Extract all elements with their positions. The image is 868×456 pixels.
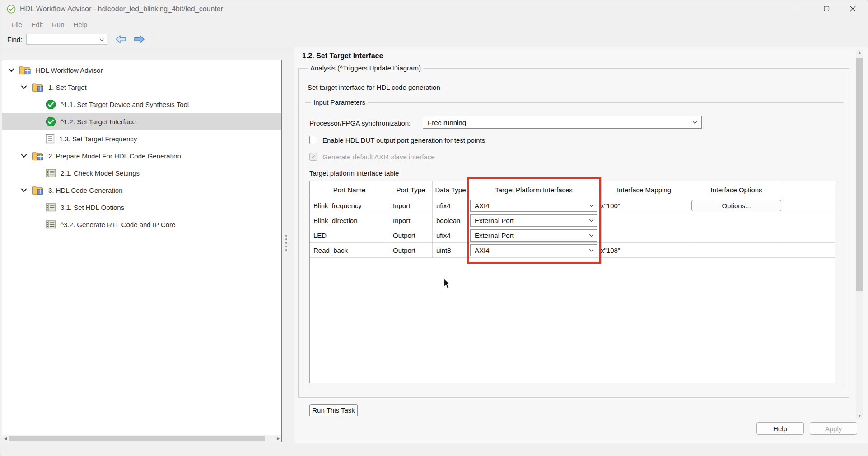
find-label: Find:: [7, 36, 22, 43]
find-previous-button[interactable]: [115, 34, 127, 45]
menu-help[interactable]: Help: [74, 21, 88, 28]
table-header-row: Port NamePort TypeData TypeTarget Platfo…: [310, 181, 835, 198]
task-detail-panel: 1.2. Set Target Interface Analysis (^Tri…: [294, 47, 868, 443]
tree-item-5[interactable]: 2. Prepare Model For HDL Code Generation: [2, 147, 281, 164]
generate-axi4-slave-label: Generate default AXI4 slave interface: [322, 153, 435, 161]
scroll-right-arrow-icon[interactable]: ▶: [275, 436, 281, 441]
port-name-cell: LED: [310, 228, 389, 243]
tree-item-1[interactable]: 1. Set Target: [2, 79, 281, 96]
interface-options-cell: [689, 243, 784, 258]
interface-mapping-cell: [599, 213, 689, 228]
tree-item-6[interactable]: 2.1. Check Model Settings: [2, 164, 281, 181]
hdl-workflow-advisor-window: HDL Workflow Advisor - hdlcoder_led_blin…: [0, 0, 868, 456]
tree-horizontal-scrollbar[interactable]: ◀ ▶: [2, 435, 281, 442]
tree-item-label: 3. HDL Code Generation: [48, 186, 123, 194]
panel-splitter[interactable]: [282, 47, 294, 443]
target-platform-interface-select[interactable]: AXI4: [470, 200, 597, 212]
column-header: Data Type: [433, 181, 469, 198]
findbar-separator: [152, 33, 152, 45]
filler-cell: [784, 243, 835, 258]
table-row-3: Read_backOutportuint8AXI4x"108": [310, 243, 835, 258]
port-name-cell: Read_back: [310, 243, 389, 258]
interface-mapping-cell: [599, 228, 689, 243]
tree-item-label: 1. Set Target: [48, 84, 87, 91]
tree-item-3[interactable]: ^1.2. Set Target Interface: [2, 113, 281, 130]
workflow-folder-icon: [32, 82, 44, 92]
interface-options-cell: [689, 228, 784, 243]
find-input[interactable]: [26, 34, 107, 45]
apply-button[interactable]: Apply: [810, 422, 857, 435]
close-button[interactable]: [840, 0, 866, 17]
tree-item-label: ^1.2. Set Target Interface: [61, 118, 136, 126]
find-next-button[interactable]: [133, 34, 145, 45]
interface-table-label: Target platform interface table: [309, 169, 399, 177]
workflow-folder-icon: [19, 65, 31, 75]
chevron-down-icon: [588, 233, 594, 238]
column-header: Interface Mapping: [599, 181, 689, 198]
data-type-cell: uint8: [433, 243, 469, 258]
vertical-scrollbar-thumb[interactable]: [856, 58, 863, 291]
analysis-groupbox-label: Analysis (^Triggers Update Diagram): [308, 64, 424, 72]
target-platform-interface-select[interactable]: AXI4: [470, 244, 597, 256]
menu-file[interactable]: File: [11, 21, 22, 28]
data-type-cell: ufix4: [433, 228, 469, 243]
tree-item-4[interactable]: 1.3. Set Target Frequency: [2, 130, 281, 147]
chevron-down-icon: [20, 153, 28, 159]
menubar: FileEditRunHelp: [0, 17, 868, 32]
arrow-right-icon: [133, 34, 145, 45]
tree-item-label: 2. Prepare Model For HDL Code Generation: [48, 152, 181, 160]
options-button[interactable]: Options...: [691, 200, 781, 211]
target-platform-interface-select[interactable]: External Port: [470, 214, 597, 227]
interface-cell: External Port: [469, 213, 599, 228]
app-icon: [7, 5, 16, 14]
column-header: Port Name: [310, 181, 389, 198]
panel-vertical-scrollbar[interactable]: ▲ ▼: [856, 49, 863, 419]
help-button[interactable]: Help: [756, 422, 804, 435]
page-title: 1.2. Set Target Interface: [302, 52, 383, 60]
scroll-down-arrow-icon[interactable]: ▼: [856, 413, 863, 419]
chevron-down-icon: [692, 120, 698, 126]
tree-expander-icon[interactable]: [19, 153, 28, 159]
splitter-grip-icon: [285, 235, 287, 251]
run-this-task-button[interactable]: Run This Task: [309, 404, 358, 416]
column-header: Interface Options: [689, 181, 784, 198]
menu-run[interactable]: Run: [52, 21, 65, 28]
column-header: Port Type: [389, 181, 433, 198]
tree-item-9[interactable]: ^3.2. Generate RTL Code and IP Core: [2, 216, 281, 233]
tree-expander-icon[interactable]: [7, 67, 16, 73]
chevron-down-icon: [20, 84, 28, 90]
tree-expander-icon[interactable]: [19, 84, 28, 90]
column-header-filler: [784, 181, 835, 198]
chevron-down-icon: [588, 218, 594, 223]
task-passed-icon: [46, 116, 56, 127]
tree-item-2[interactable]: ^1.1. Set Target Device and Synthesis To…: [2, 96, 281, 113]
tree-item-0[interactable]: HDL Workflow Advisor: [2, 61, 281, 79]
tree-item-8[interactable]: 3.1. Set HDL Options: [2, 199, 281, 216]
window-title: HDL Workflow Advisor - hdlcoder_led_blin…: [20, 5, 223, 13]
generate-axi4-slave-checkbox: [309, 153, 317, 161]
tree-expander-icon[interactable]: [19, 187, 28, 193]
enable-test-points-checkbox[interactable]: [309, 136, 317, 144]
maximize-button[interactable]: [813, 0, 840, 17]
findbar: Find:: [0, 32, 868, 47]
scroll-up-arrow-icon[interactable]: ▲: [856, 49, 863, 56]
filler-cell: [784, 198, 835, 213]
tree-item-7[interactable]: 3. HDL Code Generation: [2, 181, 281, 199]
minimize-button[interactable]: [787, 0, 813, 17]
chevron-down-icon: [588, 203, 594, 209]
processor-fpga-sync-select[interactable]: Free running: [423, 116, 702, 129]
chevron-down-icon: [20, 187, 28, 193]
menu-edit[interactable]: Edit: [31, 21, 43, 28]
horizontal-scrollbar-thumb[interactable]: [9, 436, 265, 441]
sync-selected-value: Free running: [428, 119, 466, 126]
filler-cell: [784, 228, 835, 243]
scroll-left-arrow-icon[interactable]: ◀: [3, 436, 8, 441]
mouse-cursor: [443, 278, 453, 289]
interface-mapping-cell: x"108": [599, 243, 689, 258]
interface-selected-value: AXI4: [475, 247, 490, 254]
target-platform-interface-select[interactable]: External Port: [470, 229, 597, 242]
port-name-cell: Blink_direction: [310, 213, 389, 228]
chevron-down-icon: [99, 37, 105, 43]
data-type-cell: ufix4: [433, 198, 469, 213]
port-type-cell: Inport: [389, 198, 433, 213]
